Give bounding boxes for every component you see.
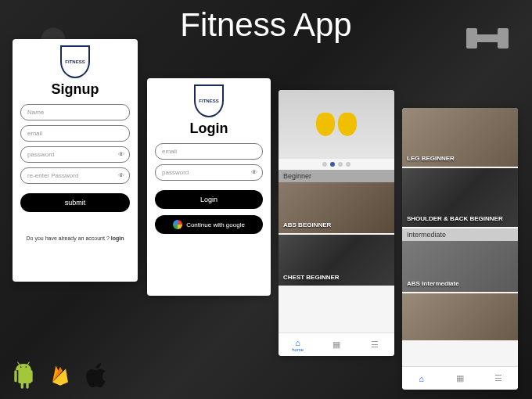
nav-settings[interactable]: ☰ [356, 333, 394, 356]
indicator-dot[interactable] [338, 162, 343, 167]
nav-workouts[interactable]: ▦ [317, 333, 355, 356]
reenter-password-input[interactable]: re-enter Password👁 [20, 167, 130, 184]
list-icon: ☰ [371, 340, 379, 350]
hero-carousel[interactable] [279, 90, 394, 159]
eye-icon[interactable]: 👁 [118, 172, 124, 179]
workout-list-screen: LEG BEGINNER SHOULDER & BACK BEGINNER In… [402, 108, 518, 390]
list-icon: ☰ [494, 373, 502, 383]
password-input[interactable]: password👁 [155, 164, 263, 181]
bottom-nav: ⌂ ▦ ☰ [402, 366, 518, 390]
password-input[interactable]: password👁 [20, 146, 130, 163]
fitness-logo-icon: FITNESS [194, 84, 224, 117]
dumbbell-icon [465, 27, 510, 49]
app-title: Fitness App [180, 6, 351, 44]
eye-icon[interactable]: 👁 [118, 151, 124, 158]
workout-card[interactable] [402, 293, 518, 340]
email-input[interactable]: email [20, 125, 130, 142]
carousel-indicators [279, 159, 394, 170]
login-screen: FITNESS Login email password👁 Login Cont… [147, 78, 271, 296]
home-icon: ⌂ [295, 338, 300, 347]
login-button[interactable]: Login [155, 190, 263, 209]
workout-card[interactable]: ABS Intermediate [402, 241, 518, 292]
fitness-logo-icon: FITNESS [60, 45, 90, 78]
workout-card[interactable]: LEG BEGINNER [402, 108, 518, 167]
indicator-dot[interactable] [346, 162, 350, 167]
android-icon [8, 358, 39, 393]
submit-button[interactable]: submit [20, 193, 130, 212]
google-signin-button[interactable]: Continue with google [155, 215, 263, 234]
grid-icon: ▦ [332, 340, 340, 350]
nav-settings[interactable]: ☰ [480, 367, 518, 390]
workout-card[interactable]: ABS BEGINNER [279, 182, 394, 233]
apple-icon [81, 358, 111, 393]
name-input[interactable]: Name [20, 104, 130, 120]
indicator-dot[interactable] [322, 162, 327, 167]
email-input[interactable]: email [155, 143, 263, 160]
home-icon: ⌂ [419, 374, 424, 383]
workout-label: LEG BEGINNER [407, 155, 455, 162]
grid-icon: ▦ [456, 373, 464, 383]
home-screen: Beginner ABS BEGINNER CHEST BEGINNER ⌂ho… [279, 90, 394, 356]
indicator-dot[interactable] [330, 162, 335, 167]
workout-card[interactable]: SHOULDER & BACK BEGINNER [402, 168, 518, 227]
platform-icons [8, 358, 111, 393]
workout-label: ABS BEGINNER [283, 221, 331, 228]
login-prompt: Do you have already an account ? login [20, 235, 130, 241]
section-intermediate-label: Intermediate [402, 228, 518, 241]
nav-home[interactable]: ⌂home [279, 333, 317, 356]
signup-screen: FITNESS Signup Name email password👁 re-e… [13, 39, 138, 282]
eye-icon[interactable]: 👁 [251, 169, 257, 176]
signup-heading: Signup [20, 81, 130, 98]
workout-label: ABS Intermediate [407, 280, 459, 287]
firebase-icon [47, 358, 74, 393]
workout-label: SHOULDER & BACK BEGINNER [407, 215, 503, 222]
section-beginner-label: Beginner [279, 170, 394, 182]
boxing-gloves-icon [316, 113, 357, 136]
login-link[interactable]: login [111, 235, 124, 241]
workout-label: CHEST BEGINNER [283, 274, 340, 281]
nav-workouts[interactable]: ▦ [440, 367, 479, 390]
workout-card[interactable]: CHEST BEGINNER [279, 235, 394, 286]
bottom-nav: ⌂home ▦ ☰ [279, 332, 394, 356]
google-icon [173, 220, 182, 229]
login-heading: Login [155, 120, 263, 137]
nav-home[interactable]: ⌂ [402, 367, 440, 390]
